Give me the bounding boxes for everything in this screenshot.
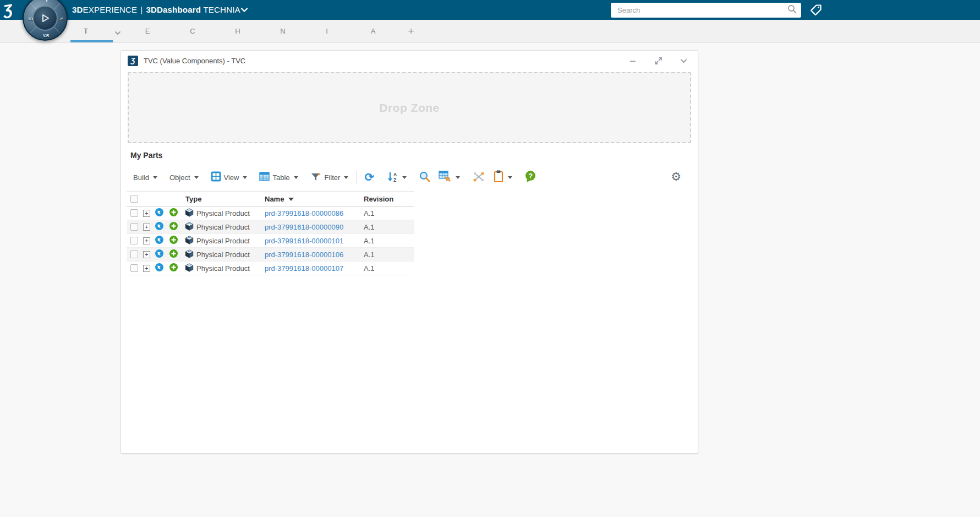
expand-row-icon[interactable]: + [143, 265, 150, 272]
row-checkbox[interactable] [130, 223, 138, 231]
compass-info-quadrant[interactable]: i² [61, 17, 63, 21]
tab-t[interactable]: T [76, 20, 96, 43]
part-name-link[interactable]: prd-37991618-00000101 [265, 237, 343, 245]
search-input[interactable] [611, 6, 787, 14]
maximize-icon[interactable] [654, 56, 663, 66]
refresh-button[interactable]: ⟳ [364, 172, 374, 183]
select-all-checkbox[interactable] [130, 195, 138, 203]
brand-tenant: TECHNIA [204, 5, 240, 14]
help-icon: ? [524, 170, 536, 184]
row-checkbox[interactable] [130, 264, 138, 272]
expand-row-icon[interactable]: + [143, 237, 150, 244]
chevron-down-icon [508, 176, 512, 179]
minimize-icon[interactable] [628, 57, 637, 66]
table-menu-label: Table [272, 173, 289, 182]
brand-3d: 3D [72, 5, 83, 14]
object-menu-label: Object [169, 173, 190, 182]
add-icon[interactable] [169, 222, 178, 230]
tag-icon[interactable] [809, 3, 823, 19]
build-menu-label: Build [133, 173, 149, 182]
compare-structure-button[interactable] [472, 171, 485, 184]
tab-h[interactable]: H [228, 20, 248, 43]
section-title: My Parts [130, 151, 162, 160]
clipboard-icon [493, 170, 504, 184]
clipboard-menu[interactable] [493, 170, 512, 184]
chevron-down-icon [456, 176, 460, 179]
navigate-icon[interactable] [155, 236, 163, 244]
settings-gear-icon[interactable]: ⚙ [671, 170, 681, 183]
svg-text:?: ? [528, 172, 533, 180]
type-cell: Physical Product [196, 223, 250, 231]
table-row: + Physical Product prd-37991618-00000107… [127, 262, 414, 275]
part-name-link[interactable]: prd-37991618-00000106 [265, 251, 343, 259]
add-icon[interactable] [169, 236, 178, 244]
table-menu[interactable]: Table [259, 171, 298, 183]
platform-chevron-down-icon[interactable] [240, 6, 248, 16]
widget-controls [628, 51, 688, 71]
widget-header: Ʒ TVC (Value Components) - TVC [121, 51, 698, 71]
expand-row-icon[interactable]: + [143, 210, 150, 217]
column-select-menu[interactable] [439, 171, 460, 184]
row-checkbox[interactable] [130, 209, 138, 217]
chevron-down-icon [402, 176, 407, 179]
part-name-link[interactable]: prd-37991618-00000107 [265, 264, 343, 273]
physical-product-cube-icon [185, 249, 194, 260]
add-icon[interactable] [169, 263, 178, 271]
row-checkbox[interactable] [130, 237, 138, 244]
revision-cell: A.1 [364, 264, 375, 273]
expand-row-icon[interactable]: + [143, 224, 150, 231]
tab-a[interactable]: A [363, 20, 383, 43]
sort-menu[interactable]: AZ [386, 171, 407, 184]
column-header-type[interactable]: Type [185, 195, 201, 203]
dashboard-tab-bar: T E C H N I A + [0, 20, 980, 43]
object-menu[interactable]: Object [169, 173, 199, 182]
svg-text:Z: Z [393, 177, 396, 183]
compass-top-quadrant[interactable] [45, 0, 49, 3]
help-button[interactable]: ? [524, 170, 536, 184]
compass-3d-quadrant[interactable]: 3D [28, 17, 33, 21]
tab-n[interactable]: N [273, 20, 293, 43]
type-cell: Physical Product [196, 209, 250, 217]
app-title: 3DEXPERIENCE|3DDashboard TECHNIA [72, 0, 240, 20]
search-icon[interactable] [787, 4, 797, 16]
widget-menu-chevron-icon[interactable] [680, 57, 688, 65]
filter-menu[interactable]: Filter [310, 171, 349, 184]
navigate-icon[interactable] [155, 222, 163, 230]
add-icon[interactable] [169, 249, 178, 258]
physical-product-cube-icon [185, 236, 194, 246]
row-checkbox[interactable] [130, 251, 138, 258]
expand-row-icon[interactable]: + [143, 251, 150, 258]
drop-zone[interactable]: Drop Zone [128, 72, 691, 143]
part-name-link[interactable]: prd-37991618-00000090 [265, 223, 343, 231]
build-menu[interactable]: Build [133, 173, 157, 182]
tab-c[interactable]: C [183, 20, 202, 43]
type-cell: Physical Product [196, 251, 250, 259]
view-grid-icon [211, 171, 221, 183]
navigate-icon[interactable] [155, 263, 163, 271]
physical-product-cube-icon [185, 208, 194, 219]
column-header-revision[interactable]: Revision [364, 195, 393, 203]
tab-i[interactable]: I [317, 20, 337, 43]
search-table-button[interactable] [419, 171, 431, 184]
view-menu-label: View [224, 173, 239, 182]
revision-cell: A.1 [364, 223, 375, 231]
table-toolbar: Build Object View Table Filter [133, 167, 687, 187]
compass-vr-quadrant[interactable]: V.R [43, 34, 49, 37]
brand-app: 3DDashboard [146, 5, 201, 14]
view-menu[interactable]: View [211, 171, 248, 183]
navigate-icon[interactable] [155, 249, 163, 258]
navigate-icon[interactable] [155, 208, 163, 216]
tab-chevron-down-icon[interactable] [114, 29, 121, 39]
brand-separator: | [140, 5, 143, 14]
add-tab-button[interactable]: + [401, 20, 421, 43]
table-hand-icon [439, 171, 452, 184]
type-cell: Physical Product [196, 264, 250, 273]
magnifier-icon [419, 171, 431, 184]
add-icon[interactable] [169, 208, 178, 216]
tab-e[interactable]: E [138, 20, 157, 43]
part-name-link[interactable]: prd-37991618-00000086 [265, 209, 343, 217]
column-header-name[interactable]: Name [265, 195, 284, 203]
physical-product-cube-icon [185, 263, 194, 274]
revision-cell: A.1 [364, 209, 375, 217]
compass-play-button[interactable] [32, 6, 58, 31]
